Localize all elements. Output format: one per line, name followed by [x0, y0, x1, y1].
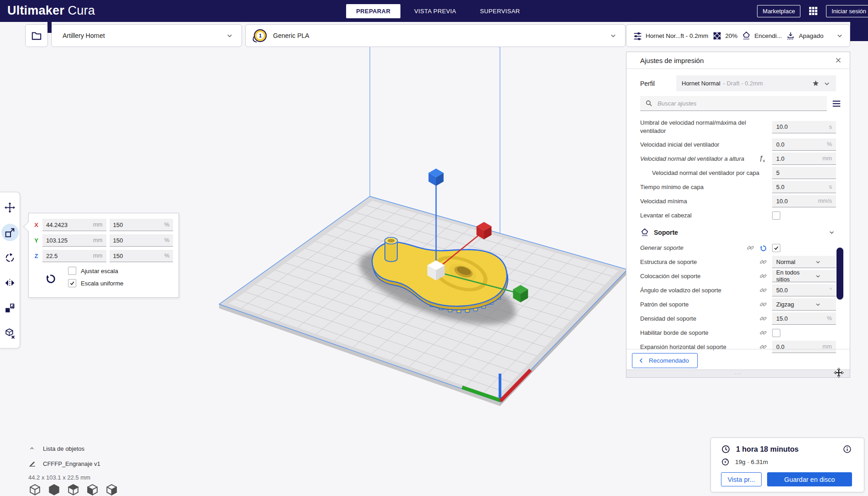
object-list-item[interactable]: CFFFP_Engranaje v1 [28, 460, 100, 468]
scale-percent-input[interactable] [113, 222, 164, 228]
link-icon[interactable] [759, 315, 767, 322]
print-settings-summary[interactable]: Hornet Nor...ft - 0.2mm20%Encendi...Apag… [626, 24, 850, 47]
settings-menu-icon[interactable] [831, 99, 842, 109]
settings-section-soporte[interactable]: Soporte [640, 224, 836, 241]
setting-value-input[interactable] [776, 287, 830, 294]
support-icon [742, 31, 751, 41]
setting-value-input[interactable] [776, 315, 827, 322]
link-icon[interactable] [759, 272, 767, 280]
checkbox[interactable] [68, 267, 76, 275]
scale-x-mm-field[interactable]: mm [42, 219, 106, 231]
mirror-tool[interactable] [1, 274, 19, 291]
scale-axes: Xmm%Ymm%Zmm% [33, 219, 173, 262]
setting-value-field[interactable]: s [772, 181, 836, 193]
setting-value-input[interactable] [776, 123, 829, 130]
setting-value-field[interactable]: mm/s [772, 195, 836, 207]
link-icon[interactable] [747, 244, 754, 252]
marketplace-button[interactable]: Marketplace [757, 5, 800, 17]
setting-dropdown[interactable]: Normal [772, 256, 836, 268]
apps-grid-icon[interactable] [808, 5, 819, 16]
scale-tool[interactable] [1, 224, 19, 241]
undo-icon[interactable] [759, 244, 768, 252]
setting-value-input[interactable] [776, 169, 832, 176]
reset-scale-icon[interactable] [45, 272, 57, 285]
setting-dropdown[interactable]: En todos sitios [772, 270, 836, 282]
view-left-button[interactable] [86, 483, 99, 496]
close-icon[interactable] [834, 56, 842, 64]
scale-value-input[interactable] [46, 237, 93, 244]
setting-value-field[interactable]: ° [772, 284, 836, 296]
setting-value-field[interactable]: % [772, 312, 836, 325]
tab-vista-previa[interactable]: VISTA PREVIA [404, 4, 466, 18]
panel-resize-handle[interactable]: ··· [626, 369, 850, 377]
scale-percent-input[interactable] [113, 237, 164, 244]
setting-value-field[interactable] [772, 167, 836, 179]
object-list-toggle[interactable]: Lista de objetos [28, 445, 100, 452]
scale-z-percent-field[interactable]: % [110, 250, 174, 262]
setting-row: Generar soporte [640, 241, 836, 255]
per-model-settings-tool[interactable] [1, 299, 19, 317]
setting-value-input[interactable] [776, 198, 818, 205]
material-usage: 19g · 6.31m [735, 459, 768, 465]
print-job-panel: 1 hora 18 minutos 19g · 6.31m Vista pr..… [710, 438, 864, 492]
snap-scale-checkbox[interactable]: Ajustar escala [68, 267, 123, 275]
slope-icon [28, 460, 36, 468]
star-icon[interactable] [812, 79, 820, 87]
support-blocker-tool[interactable] [1, 324, 19, 342]
link-icon[interactable] [759, 286, 767, 294]
scale-percent-input[interactable] [113, 253, 164, 259]
setting-value-field[interactable]: s [772, 121, 836, 133]
tab-preparar[interactable]: PREPARAR [346, 4, 400, 18]
scale-y-mm-field[interactable]: mm [42, 234, 106, 247]
material-name: Generic PLA [273, 32, 609, 39]
rotate-tool[interactable] [1, 249, 19, 266]
preview-button[interactable]: Vista pr... [721, 472, 762, 486]
setting-row: Velocidad inicial del ventilador% [640, 137, 836, 152]
scale-y-percent-field[interactable]: % [110, 234, 174, 247]
printer-selector[interactable]: Artillery Hornet [51, 24, 242, 47]
link-icon[interactable] [759, 258, 767, 266]
setting-dropdown[interactable]: Zigzag [772, 298, 836, 311]
setting-value-field[interactable]: mm [772, 153, 836, 165]
view-top-button[interactable] [67, 483, 80, 496]
setting-row: Levantar el cabezal [640, 208, 836, 222]
move-tool[interactable] [1, 199, 19, 216]
setting-row: Velocidad normal del ventilador por capa [640, 166, 836, 180]
link-icon[interactable] [759, 329, 767, 337]
setting-value-input[interactable] [776, 155, 822, 162]
setting-checkbox[interactable] [772, 244, 780, 252]
info-icon[interactable] [842, 444, 852, 454]
open-file-button[interactable] [25, 24, 48, 47]
setting-value-field[interactable]: % [772, 138, 836, 151]
search-settings-box[interactable] [640, 96, 827, 111]
scale-handle-z[interactable] [429, 169, 444, 186]
save-to-disk-button[interactable]: Guardar en disco [767, 472, 852, 486]
scale-x-percent-field[interactable]: % [110, 219, 174, 231]
tab-supervisar[interactable]: SUPERVISAR [470, 4, 530, 18]
chevron-down-icon [225, 31, 234, 40]
setting-checkbox[interactable] [772, 329, 780, 337]
search-settings-input[interactable] [658, 100, 822, 107]
profile-dropdown[interactable]: Hornet Normal - Draft - 0.2mm [676, 75, 836, 91]
recommended-mode-button[interactable]: Recomendado [632, 353, 698, 368]
sign-in-button[interactable]: Iniciar sesión [826, 5, 868, 17]
scale-value-input[interactable] [46, 222, 93, 228]
view-right-button[interactable] [105, 483, 118, 496]
setting-checkbox[interactable] [772, 211, 780, 220]
mirror-tool-icon [4, 277, 16, 289]
print-settings-panel: Ajustes de impresión Perfil Hornet Norma… [626, 52, 850, 378]
link-icon[interactable] [759, 301, 767, 308]
setting-value-input[interactable] [776, 184, 829, 190]
material-selector[interactable]: 1 Generic PLA [245, 24, 626, 47]
infill-icon [712, 31, 722, 41]
settings-scrollbar[interactable] [836, 248, 843, 300]
camera-view-buttons [28, 483, 118, 496]
scale-value-input[interactable] [46, 253, 93, 259]
setting-value-input[interactable] [776, 141, 827, 148]
view-front-button[interactable] [47, 483, 61, 496]
checkbox[interactable] [68, 279, 76, 287]
uniform-scale-checkbox[interactable]: Escala uniforme [68, 279, 123, 287]
support-icon [640, 228, 649, 237]
scale-z-mm-field[interactable]: mm [42, 250, 106, 262]
view-3d-button[interactable] [28, 483, 42, 496]
